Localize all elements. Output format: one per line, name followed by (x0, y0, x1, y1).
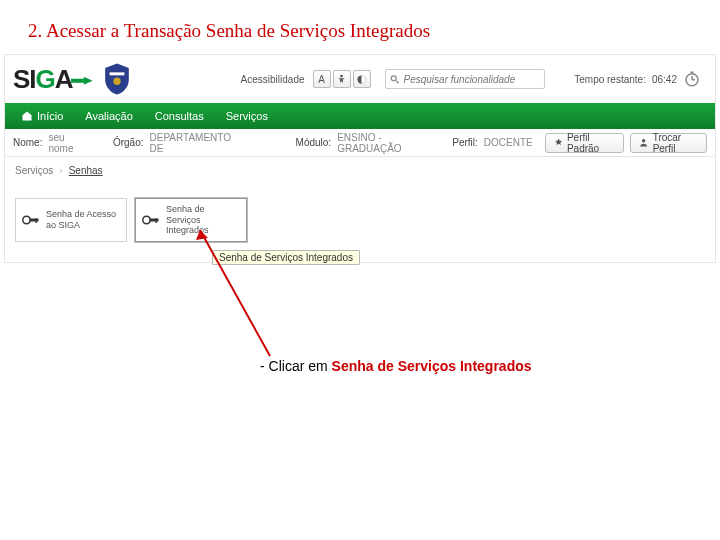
breadcrumb: Serviços › Senhas (5, 157, 715, 184)
modulo-label: Módulo: (296, 137, 332, 148)
brand-logo: SIGA (13, 64, 93, 95)
svg-line-4 (396, 80, 398, 82)
nav-home[interactable]: Início (11, 106, 73, 126)
nav-servicos-label: Serviços (226, 110, 268, 122)
orgao-label: Órgão: (113, 137, 144, 148)
search-icon (390, 74, 400, 85)
orgao-value: DEPARTAMENTO DE (150, 132, 233, 154)
nav-consultas[interactable]: Consultas (145, 106, 214, 126)
tile-integrados-label: Senha de Serviços Integrados (166, 204, 240, 236)
accessibility-label: Acessibilidade (241, 74, 305, 85)
accessibility-controls: A (313, 70, 371, 88)
svg-point-1 (340, 74, 343, 77)
nav-avaliacao-label: Avaliação (85, 110, 133, 122)
accessibility-button[interactable] (333, 70, 351, 88)
perfil-padrao-button[interactable]: Perfil Padrão (545, 133, 625, 153)
star-icon (554, 137, 563, 148)
svg-point-13 (143, 216, 151, 224)
svg-point-10 (23, 216, 31, 224)
key-icon (142, 213, 160, 227)
tile-senha-siga[interactable]: Senha de Acesso ao SIGA (15, 198, 127, 242)
nav-servicos[interactable]: Serviços (216, 106, 278, 126)
tile-row: Senha de Acesso ao SIGA Senha de Serviço… (5, 184, 715, 262)
instruction-prefix: - Clicar em (260, 358, 332, 374)
svg-rect-12 (36, 219, 38, 224)
nome-value: seu nome (48, 132, 85, 154)
nav-avaliacao[interactable]: Avaliação (75, 106, 143, 126)
svg-rect-8 (691, 72, 694, 74)
svg-rect-14 (150, 219, 159, 222)
app-window: SIGA Acessibilidade A Tempo restante: 06… (4, 54, 716, 263)
svg-rect-11 (30, 219, 39, 222)
svg-point-3 (391, 75, 396, 80)
perfil-label: Perfil: (452, 137, 478, 148)
timer-label: Tempo restante: (574, 74, 646, 85)
timer-value: 06:42 (652, 74, 677, 85)
user-icon (639, 137, 648, 148)
contrast-button[interactable] (353, 70, 371, 88)
nav-consultas-label: Consultas (155, 110, 204, 122)
topbar: SIGA Acessibilidade A Tempo restante: 06… (5, 55, 715, 103)
crumb-root[interactable]: Serviços (15, 165, 53, 176)
instruction-text: - Clicar em Senha de Serviços Integrados (260, 358, 532, 374)
session-timer: Tempo restante: 06:42 (574, 70, 707, 88)
chevron-right-icon: › (59, 165, 62, 176)
trocar-perfil-button[interactable]: Trocar Perfil (630, 133, 707, 153)
nav-home-label: Início (37, 110, 63, 122)
tile-siga-label: Senha de Acesso ao SIGA (46, 209, 120, 231)
svg-point-0 (113, 78, 120, 85)
search-box[interactable] (385, 69, 545, 89)
home-icon (21, 110, 33, 122)
perfil-padrao-label: Perfil Padrão (567, 132, 615, 154)
font-decrease-button[interactable]: A (313, 70, 331, 88)
trocar-perfil-label: Trocar Perfil (653, 132, 698, 154)
tooltip: Senha de Serviços Integrados (212, 250, 360, 265)
arrow-icon (71, 77, 93, 85)
crumb-current: Senhas (69, 165, 103, 176)
svg-point-9 (642, 139, 645, 142)
modulo-value: ENSINO - GRADUAÇÃO (337, 132, 432, 154)
clock-icon (683, 70, 701, 88)
key-icon (22, 213, 40, 227)
crest-icon (101, 61, 133, 97)
instruction-target: Senha de Serviços Integrados (332, 358, 532, 374)
search-input[interactable] (404, 74, 540, 85)
main-navbar: Início Avaliação Consultas Serviços (5, 103, 715, 129)
slide-heading: 2. Acessar a Transação Senha de Serviços… (0, 0, 720, 54)
perfil-value: DOCENTE (484, 137, 533, 148)
svg-rect-15 (156, 219, 158, 224)
context-bar: Nome: seu nome Órgão: DEPARTAMENTO DE Mó… (5, 129, 715, 157)
tile-senha-integrados[interactable]: Senha de Serviços Integrados (135, 198, 247, 242)
nome-label: Nome: (13, 137, 42, 148)
